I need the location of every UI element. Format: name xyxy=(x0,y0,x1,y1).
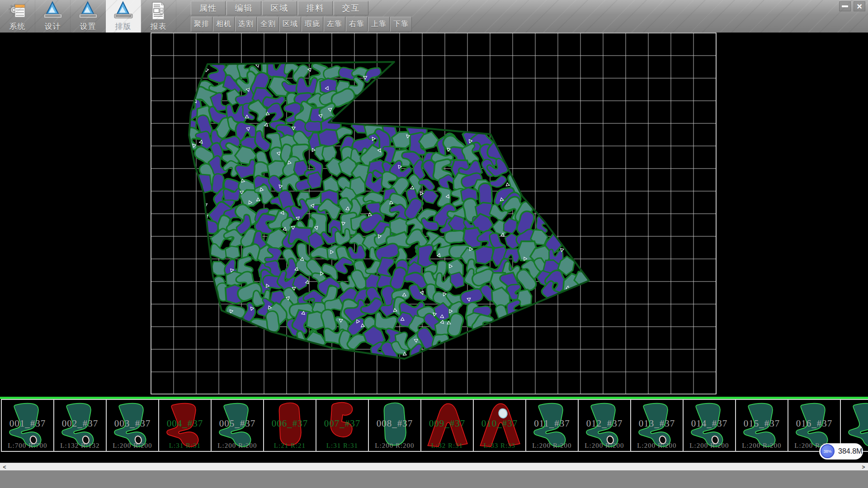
set-square-icon xyxy=(113,1,134,21)
part-lr-count: L:33 R:33 xyxy=(474,442,525,450)
tool-cut-all[interactable]: 全割 xyxy=(257,17,279,32)
tool-select-cut[interactable]: 选割 xyxy=(235,17,257,32)
mode-button-label: 设置 xyxy=(71,21,105,32)
part-lr-count: L:700 R:700 xyxy=(2,442,53,450)
part-label: 005_#37 xyxy=(212,418,263,429)
part-lr-count: L:31 R:31 xyxy=(316,442,368,450)
memory-size: 384.8M xyxy=(838,447,862,455)
set-square-icon xyxy=(77,1,99,21)
status-bar xyxy=(0,470,868,488)
part-label: 001_#37 xyxy=(2,418,53,429)
tool-snap-top[interactable]: 上靠 xyxy=(368,17,390,32)
part-lr-count: L:200 R:200 xyxy=(579,442,630,450)
mode-button-nesting[interactable]: 排版 xyxy=(106,0,141,33)
menu-nest[interactable]: 排料 xyxy=(298,1,333,15)
menu-bar: 属性编辑区域排料交互 xyxy=(191,1,369,16)
part-thumbnail[interactable]: 007_#37L:31 R:31 xyxy=(316,399,369,452)
mode-button-label: 系统 xyxy=(0,21,35,32)
part-lr-count: L:200 R:200 xyxy=(212,442,263,450)
part-thumbnail[interactable]: 011_#37L:200 R:200 xyxy=(525,399,579,452)
tool-defect[interactable]: 瑕疵 xyxy=(302,17,323,32)
nesting-canvas[interactable] xyxy=(0,33,868,397)
part-thumbnail[interactable]: 001_#37L:700 R:700 xyxy=(1,399,54,452)
part-label: 003_#37 xyxy=(107,418,158,429)
part-label: 014_#37 xyxy=(684,418,735,429)
menu-region[interactable]: 区域 xyxy=(262,1,297,15)
tool-region[interactable]: 区域 xyxy=(279,17,301,32)
mode-button-design[interactable]: 设计 xyxy=(35,0,71,33)
memory-badge[interactable]: 38% 384.8M xyxy=(819,443,863,460)
part-thumbnail[interactable]: 003_#37L:200 R:200 xyxy=(106,399,159,452)
scroll-right-button[interactable]: > xyxy=(859,463,868,471)
part-label: 012_#37 xyxy=(579,418,630,429)
scroll-left-button[interactable]: < xyxy=(0,463,9,471)
report-icon xyxy=(148,1,170,21)
part-lr-count: L:200 R:200 xyxy=(526,442,578,450)
part-thumbnail[interactable]: 015_#37L:200 R:200 xyxy=(735,399,788,452)
mode-button-label: 报表 xyxy=(141,21,176,32)
tool-snap-bottom[interactable]: 下靠 xyxy=(390,17,412,32)
part-lr-count: L:32 R:31 xyxy=(421,442,473,450)
part-thumbnail[interactable]: 008_#37L:200 R:200 xyxy=(368,399,421,452)
menu-edit[interactable]: 编辑 xyxy=(226,1,261,15)
mode-button-report[interactable]: 报表 xyxy=(141,0,176,33)
menu-interact[interactable]: 交互 xyxy=(334,1,368,15)
minimize-icon xyxy=(842,5,848,7)
nesting-drawing xyxy=(0,33,868,397)
part-label: 008_#37 xyxy=(369,418,420,429)
part-thumbnail[interactable]: 012_#37L:200 R:200 xyxy=(578,399,631,452)
tool-bar: 聚排相机选割全割区域瑕疵左靠右靠上靠下靠 xyxy=(191,17,412,32)
tool-cluster-nest[interactable]: 聚排 xyxy=(191,17,212,32)
part-lr-count: L:200 R:200 xyxy=(369,442,420,450)
part-label: 006_#37 xyxy=(264,418,316,429)
part-lr-count: L:31 R:31 xyxy=(159,442,211,450)
part-thumbnail[interactable]: 009_#37L:32 R:31 xyxy=(420,399,474,452)
strip-scrollbar[interactable]: < > xyxy=(0,463,868,470)
part-lr-count: L:200 R:200 xyxy=(631,442,683,450)
minimize-button[interactable] xyxy=(839,1,851,11)
part-label: 010_#37 xyxy=(474,418,525,429)
part-label: 004_#37 xyxy=(159,418,211,429)
part-lr-count: L:200 R:200 xyxy=(684,442,735,450)
part-thumbnail[interactable]: 004_#37L:31 R:31 xyxy=(158,399,212,452)
mode-button-group: 系统设计设置排版报表 xyxy=(0,0,176,33)
mode-button-settings[interactable]: 设置 xyxy=(71,0,106,33)
part-thumbnail[interactable]: 010_#37L:33 R:33 xyxy=(473,399,526,452)
mode-button-system[interactable]: 系统 xyxy=(0,0,35,33)
memory-percent: 38% xyxy=(821,444,835,458)
tool-camera[interactable]: 相机 xyxy=(213,17,235,32)
part-thumbnail[interactable]: 002_#37L:132 R:132 xyxy=(53,399,107,452)
part-thumbnail[interactable]: 006_#37L:21 R:21 xyxy=(263,399,316,452)
part-lr-count: L:200 R:200 xyxy=(107,442,158,450)
part-label: 013_#37 xyxy=(631,418,683,429)
part-label: 015_#37 xyxy=(736,418,788,429)
part-thumbnail[interactable]: 005_#37L:200 R:200 xyxy=(211,399,264,452)
main-toolbar: 系统设计设置排版报表 属性编辑区域排料交互 聚排相机选割全割区域瑕疵左靠右靠上靠… xyxy=(0,0,868,33)
mode-button-label: 设计 xyxy=(35,21,70,32)
part-thumbnail[interactable]: 013_#37L:200 R:200 xyxy=(630,399,684,452)
strip-gap xyxy=(0,453,868,463)
window-controls: × xyxy=(839,1,865,11)
set-square-icon xyxy=(42,1,64,21)
part-thumbnail[interactable]: 014_#37L:200 R:200 xyxy=(683,399,736,452)
part-label: 009_#37 xyxy=(421,418,473,429)
tool-snap-right[interactable]: 右靠 xyxy=(346,17,368,32)
part-lr-count: L:132 R:132 xyxy=(54,442,106,450)
part-lr-count: L:21 R:21 xyxy=(264,442,316,450)
part-label: 016_#37 xyxy=(788,418,840,429)
parts-thumbnail-strip: 001_#37L:700 R:700002_#37L:132 R:132003_… xyxy=(0,399,868,453)
gear-icon xyxy=(7,1,28,21)
part-label: 011_#37 xyxy=(526,418,578,429)
tool-snap-left[interactable]: 左靠 xyxy=(324,17,345,32)
part-label: 007_#37 xyxy=(316,418,368,429)
part-label: 002_#37 xyxy=(54,418,106,429)
part-lr-count: L:200 R:200 xyxy=(736,442,788,450)
mode-button-label: 排版 xyxy=(106,21,141,32)
menu-properties[interactable]: 属性 xyxy=(191,1,226,15)
close-button[interactable]: × xyxy=(854,1,865,11)
